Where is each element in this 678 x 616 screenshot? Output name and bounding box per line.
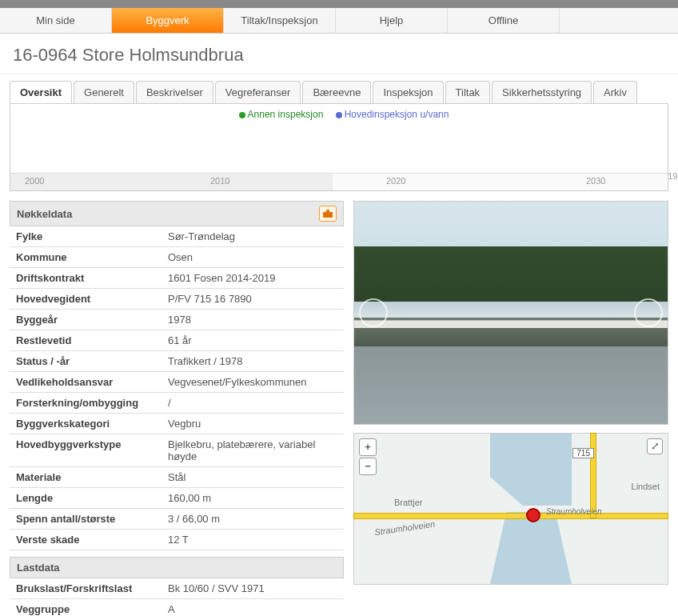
table-row: ByggverkskategoriVegbru <box>10 414 344 434</box>
kv-value: Bk 10/60 / SVV 1971 <box>162 578 344 599</box>
fullscreen-button[interactable]: ⤢ <box>647 438 663 454</box>
kv-value: Osen <box>162 247 344 268</box>
timeline-mini[interactable]: 2000 2010 2020 2030 <box>10 173 668 190</box>
tab-beskrivelser[interactable]: Beskrivelser <box>136 81 213 103</box>
legend-dot-blue-icon <box>336 112 342 118</box>
nav-offline[interactable]: Offline <box>448 8 560 33</box>
table-row: Spenn antall/største3 / 66,00 m <box>10 509 344 530</box>
kv-key: Hovedbyggverkstype <box>10 434 162 467</box>
table-row: VedlikeholdsansvarVegvesenet/Fylkeskommu… <box>10 372 344 393</box>
map[interactable]: + − ⤢ 715 Brattjer Lindset Straumholveie… <box>353 433 668 585</box>
tab-baereevne[interactable]: Bæreevne <box>302 81 371 103</box>
map-water <box>490 434 572 506</box>
table-row: Driftskontrakt1601 Fosen 2014-2019 <box>10 268 344 289</box>
mini-2000: 2000 <box>25 176 44 186</box>
tab-generelt[interactable]: Generelt <box>74 81 134 103</box>
kv-value: Vegbru <box>162 414 344 434</box>
map-road2 <box>591 434 596 518</box>
main-nav: Min side Byggverk Tiltak/Inspeksjon Hjel… <box>0 8 678 34</box>
map-water2 <box>490 512 572 584</box>
table-row: Forsterkning/ombygging/ <box>10 393 344 414</box>
nav-tiltak-inspeksjon[interactable]: Tiltak/Inspeksjon <box>224 8 336 33</box>
kv-value: P/FV 715 16 7890 <box>162 289 344 310</box>
photo-bridge <box>354 320 668 328</box>
map-road <box>354 514 668 518</box>
kv-key: Veggruppe <box>10 599 162 617</box>
kv-value: Stål <box>162 467 344 488</box>
kv-value: Sør-Trøndelag <box>162 226 344 247</box>
timeline-legend: Annen inspeksjon Hovedinspeksjon u/vann <box>10 104 668 125</box>
kv-value: 12 T <box>162 530 344 550</box>
kv-key: Vedlikeholdsansvar <box>10 372 162 393</box>
table-row: VeggruppeA <box>10 599 344 617</box>
map-label-road2: Straumholveien <box>546 507 601 516</box>
table-row: Byggeår1978 <box>10 310 344 330</box>
kv-key: Status / -år <box>10 351 162 372</box>
kv-key: Forsterkning/ombygging <box>10 393 162 414</box>
kv-value: 61 år <box>162 330 344 351</box>
photo-prev-icon[interactable] <box>359 298 388 327</box>
kv-key: Byggverkskategori <box>10 414 162 434</box>
table-row: HovedvegidentP/FV 715 16 7890 <box>10 289 344 310</box>
table-row: MaterialeStål <box>10 467 344 488</box>
table-row: Status / -årTrafikkert / 1978 <box>10 351 344 372</box>
nav-byggverk[interactable]: Byggverk <box>112 8 224 33</box>
nav-hjelp[interactable]: Hjelp <box>336 8 448 33</box>
zoom-in-button[interactable]: + <box>359 438 377 456</box>
photo-viewer <box>353 201 668 425</box>
kv-value: Bjelkebru, platebærere, variabel høyde <box>162 434 344 467</box>
map-label-road1: Straumholveien <box>374 519 436 538</box>
kv-value: 1978 <box>162 310 344 330</box>
kv-value: 160,00 m <box>162 488 344 509</box>
tab-oversikt[interactable]: Oversikt <box>10 81 72 103</box>
kv-key: Brukslast/Forskriftslast <box>10 578 162 599</box>
mini-2010: 2010 <box>210 176 229 186</box>
road-shield: 715 <box>572 448 594 458</box>
map-label-lindset: Lindset <box>632 482 660 491</box>
kv-key: Kommune <box>10 247 162 268</box>
page-title: 16-0964 Store Holmsundbrua <box>0 34 678 74</box>
timeline[interactable]: Annen inspeksjon Hovedinspeksjon u/vann … <box>10 103 668 191</box>
briefcase-icon[interactable] <box>319 206 337 222</box>
mini-2020: 2020 <box>386 176 405 186</box>
kv-value: 3 / 66,00 m <box>162 509 344 530</box>
tab-tiltak[interactable]: Tiltak <box>445 81 491 103</box>
window-chrome <box>0 0 678 8</box>
legend-text-green: Annen inspeksjon <box>248 109 324 120</box>
kv-value: A <box>162 599 344 617</box>
table-row: KommuneOsen <box>10 247 344 268</box>
nokkeldata-heading: Nøkkeldata <box>10 201 344 226</box>
svg-rect-0 <box>323 212 333 218</box>
table-row: Restlevetid61 år <box>10 330 344 351</box>
tab-arkiv[interactable]: Arkiv <box>593 81 637 103</box>
kv-value: Vegvesenet/Fylkeskommunen <box>162 372 344 393</box>
tab-inspeksjon[interactable]: Inspeksjon <box>373 81 443 103</box>
table-row: Lengde160,00 m <box>10 488 344 509</box>
kv-value: Trafikkert / 1978 <box>162 351 344 372</box>
nokkeldata-table: FylkeSør-TrøndelagKommuneOsenDriftskontr… <box>10 226 344 550</box>
kv-value: 1601 Fosen 2014-2019 <box>162 268 344 289</box>
table-row: FylkeSør-Trøndelag <box>10 226 344 247</box>
kv-value: / <box>162 393 344 414</box>
table-row: HovedbyggverkstypeBjelkebru, platebærere… <box>10 434 344 467</box>
table-row: Brukslast/ForskriftslastBk 10/60 / SVV 1… <box>10 578 344 599</box>
nav-min-side[interactable]: Min side <box>0 8 112 33</box>
tab-vegreferanser[interactable]: Vegreferanser <box>215 81 301 103</box>
kv-key: Hovedvegident <box>10 289 162 310</box>
kv-key: Lengde <box>10 488 162 509</box>
map-label-brattjer: Brattjer <box>394 498 422 507</box>
kv-key: Byggeår <box>10 310 162 330</box>
zoom-out-button[interactable]: − <box>359 458 377 475</box>
nokkeldata-heading-text: Nøkkeldata <box>17 208 72 220</box>
svg-rect-1 <box>326 210 329 212</box>
lastdata-table: Brukslast/ForskriftslastBk 10/60 / SVV 1… <box>10 578 344 616</box>
mini-2030: 2030 <box>586 176 605 186</box>
kv-key: Verste skade <box>10 530 162 550</box>
tab-sikkerhetsstyring[interactable]: Sikkerhetsstyring <box>492 81 592 103</box>
lastdata-heading: Lastdata <box>10 557 344 578</box>
photo-next-icon[interactable] <box>634 298 663 327</box>
kv-key: Spenn antall/største <box>10 509 162 530</box>
legend-text-blue: Hovedinspeksjon u/vann <box>345 109 449 120</box>
table-row: Verste skade12 T <box>10 530 344 550</box>
sub-tabs: Oversikt Generelt Beskrivelser Vegrefera… <box>0 74 678 103</box>
